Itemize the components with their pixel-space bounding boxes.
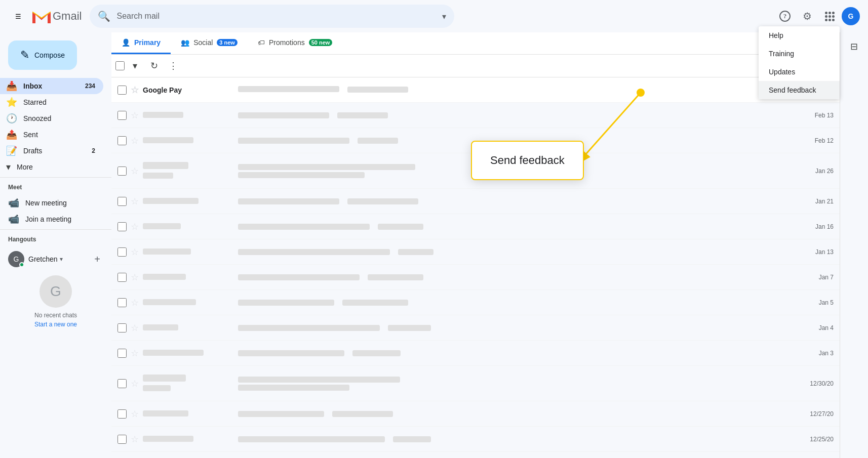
new-meeting-label: New meeting — [25, 199, 67, 207]
table-row[interactable]: ☆ Jan 3 — [111, 341, 840, 366]
star-icon[interactable]: ☆ — [131, 297, 139, 308]
email-date: 12/25/20 — [798, 436, 834, 443]
email-checkbox[interactable] — [117, 136, 127, 145]
table-row[interactable]: ☆ Jan 5 — [111, 290, 840, 315]
primary-tab-icon: 👤 — [122, 38, 130, 47]
email-checkbox[interactable] — [117, 435, 127, 444]
hamburger-button[interactable]: ☰ — [8, 6, 28, 26]
table-row[interactable]: ☆ Jan 4 — [111, 315, 840, 341]
star-icon[interactable]: ☆ — [131, 322, 139, 334]
table-row[interactable]: ☆ Jan 16 — [111, 214, 840, 239]
email-sender — [143, 197, 234, 205]
star-icon[interactable]: ☆ — [131, 85, 139, 96]
email-checkbox[interactable] — [117, 166, 127, 176]
email-checkbox[interactable] — [117, 86, 127, 95]
table-row[interactable]: ☆ 12/30/20 — [111, 366, 840, 401]
tab-promotions[interactable]: 🏷 Promotions 50 new — [248, 32, 343, 54]
star-icon[interactable]: ☆ — [131, 110, 139, 121]
email-checkbox[interactable] — [117, 409, 127, 419]
avatar[interactable]: G — [842, 7, 860, 25]
star-icon[interactable]: ☆ — [131, 408, 139, 420]
add-hangout-button[interactable]: + — [91, 253, 103, 265]
sidebar-item-inbox[interactable]: 📥 Inbox 234 — [0, 78, 103, 94]
star-icon[interactable]: ☆ — [131, 434, 139, 445]
settings-button[interactable]: ⚙ — [797, 6, 817, 26]
sidebar-item-snoozed[interactable]: 🕐 Snoozed — [0, 110, 103, 127]
compose-button[interactable]: ✎ Compose — [8, 40, 77, 70]
star-icon[interactable]: ☆ — [131, 165, 139, 177]
select-dropdown-button[interactable]: ▾ — [126, 57, 144, 75]
email-checkbox[interactable] — [117, 349, 127, 358]
sidebar-item-drafts[interactable]: 📝 Drafts 2 — [0, 143, 103, 159]
email-checkbox[interactable] — [117, 222, 127, 231]
sidebar: ✎ Compose 📥 Inbox 234 ⭐ Starred 🕐 Snooze… — [0, 32, 111, 458]
star-icon[interactable]: ☆ — [131, 135, 139, 146]
table-row[interactable]: ☆ 12/25/20 — [111, 427, 840, 452]
search-dropdown-icon[interactable]: ▾ — [442, 12, 446, 21]
right-panel: ⊟ — [840, 32, 868, 458]
refresh-button[interactable]: ↻ — [145, 57, 163, 75]
email-subject-blur — [238, 86, 339, 92]
select-all-checkbox[interactable] — [115, 61, 125, 70]
sidebar-item-starred[interactable]: ⭐ Starred — [0, 94, 103, 110]
star-icon[interactable]: ☆ — [131, 272, 139, 283]
right-panel-expand-button[interactable]: ⊟ — [844, 36, 864, 57]
hangouts-name[interactable]: Gretchen ▾ — [28, 255, 63, 263]
email-subject-preview — [238, 112, 794, 118]
dropdown-item-training[interactable]: Training — [759, 45, 840, 63]
table-row[interactable]: ☆ 12/24/20 — [111, 452, 840, 458]
dropdown-item-send-feedback[interactable]: Send feedback — [759, 81, 840, 99]
email-toolbar: ▾ ↻ ⋮ — [111, 55, 840, 77]
sidebar-item-new-meeting[interactable]: 📹 New meeting — [0, 195, 111, 211]
select-dropdown-icon: ▾ — [133, 60, 137, 71]
sidebar-item-more[interactable]: ▾ More — [0, 159, 103, 175]
help-button[interactable]: ? — [775, 6, 795, 26]
sidebar-item-sent[interactable]: 📤 Sent — [0, 127, 103, 143]
star-icon[interactable]: ☆ — [131, 378, 139, 389]
email-date: 12/27/20 — [798, 410, 834, 418]
email-checkbox[interactable] — [117, 298, 127, 307]
gmail-m-icon — [32, 9, 51, 23]
dropdown-item-help[interactable]: Help — [759, 26, 840, 45]
apps-button[interactable] — [819, 6, 840, 26]
email-checkbox[interactable] — [117, 247, 127, 257]
table-row[interactable]: ☆ Jan 21 — [111, 189, 840, 214]
email-date: Jan 7 — [798, 274, 834, 281]
email-checkbox[interactable] — [117, 323, 127, 332]
search-input[interactable] — [116, 12, 436, 21]
email-checkbox[interactable] — [117, 273, 127, 282]
email-checkbox[interactable] — [117, 111, 127, 120]
email-subject-preview — [238, 436, 794, 442]
email-checkbox[interactable] — [117, 379, 127, 388]
sidebar-item-join-meeting[interactable]: 📹 Join a meeting — [0, 211, 111, 227]
join-meeting-label: Join a meeting — [25, 215, 71, 223]
hangouts-section: G Gretchen ▾ + G No recent chats Start a… — [0, 247, 111, 340]
email-date: Jan 4 — [798, 324, 834, 331]
table-row[interactable]: ☆ Jan 7 — [111, 265, 840, 290]
email-date: Feb 12 — [798, 137, 834, 144]
star-icon[interactable]: ☆ — [131, 348, 139, 359]
table-row[interactable]: ☆ Google Pay Mar 2 — [111, 77, 840, 103]
email-checkbox[interactable] — [117, 197, 127, 206]
email-date: Jan 26 — [798, 168, 834, 175]
star-icon[interactable]: ☆ — [131, 196, 139, 207]
tab-primary[interactable]: 👤 Primary — [111, 32, 171, 54]
table-row[interactable]: ☆ Jan 13 — [111, 239, 840, 265]
main-content: 👤 Primary 👥 Social 3 new 🏷 Promotions 50… — [111, 32, 840, 458]
email-date: Jan 21 — [798, 198, 834, 205]
meet-section-label: Meet — [0, 180, 111, 195]
star-icon[interactable]: ☆ — [131, 246, 139, 258]
more-options-button[interactable]: ⋮ — [164, 57, 182, 75]
email-sender — [143, 349, 234, 357]
settings-icon: ⚙ — [803, 10, 812, 22]
snoozed-label: Snoozed — [23, 114, 51, 122]
dropdown-item-updates[interactable]: Updates — [759, 63, 840, 81]
table-row[interactable]: ☆ 12/27/20 — [111, 401, 840, 427]
tab-social[interactable]: 👥 Social 3 new — [171, 32, 248, 54]
hamburger-icon: ☰ — [15, 13, 21, 20]
email-sender — [143, 223, 234, 231]
start-new-chat-link[interactable]: Start a new one — [16, 321, 95, 328]
table-row[interactable]: ☆ Feb 13 — [111, 103, 840, 128]
top-bar: ☰ Gmail 🔍 ▾ ? ⚙ — [0, 0, 868, 32]
star-icon[interactable]: ☆ — [131, 221, 139, 232]
